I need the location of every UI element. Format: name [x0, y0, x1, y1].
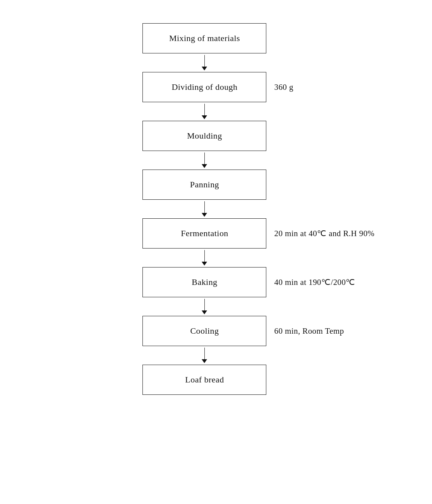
arrow-line: [204, 55, 205, 67]
step-note-cooling: 60 min, Room Temp: [274, 326, 344, 336]
step-row-moulding: Moulding: [142, 121, 266, 151]
arrow-head: [202, 67, 207, 70]
step-row-fermentation: Fermentation20 min at 40℃ and R.H 90%: [142, 218, 374, 249]
arrow-moulding: [142, 151, 266, 170]
arrow-line: [204, 104, 205, 115]
arrow-icon-fermentation: [202, 250, 207, 266]
arrow-dividing: [142, 102, 266, 121]
arrow-line: [204, 201, 205, 213]
step-row-loaf: Loaf bread: [142, 365, 266, 395]
arrow-head: [202, 164, 207, 168]
step-note-dividing: 360 g: [274, 82, 293, 92]
arrow-icon-cooling: [202, 348, 207, 363]
arrow-line: [204, 299, 205, 310]
arrow-head: [202, 115, 207, 119]
arrow-icon-panning: [202, 201, 207, 217]
step-note-fermentation: 20 min at 40℃ and R.H 90%: [274, 229, 374, 238]
step-row-panning: Panning: [142, 170, 266, 200]
step-box-baking: Baking: [142, 267, 266, 297]
arrow-icon-baking: [202, 299, 207, 314]
arrow-cooling: [142, 346, 266, 365]
step-box-moulding: Moulding: [142, 121, 266, 151]
step-row-mixing: Mixing of materials: [142, 23, 266, 53]
arrow-head: [202, 213, 207, 217]
arrow-head: [202, 310, 207, 314]
step-box-cooling: Cooling: [142, 316, 266, 346]
step-box-panning: Panning: [142, 170, 266, 200]
arrow-line: [204, 348, 205, 359]
arrow-icon-mixing: [202, 55, 207, 70]
arrow-mixing: [142, 53, 266, 72]
arrow-icon-dividing: [202, 104, 207, 119]
arrow-line: [204, 250, 205, 262]
step-row-cooling: Cooling60 min, Room Temp: [142, 316, 344, 346]
step-note-baking: 40 min at 190℃/200℃: [274, 278, 355, 287]
arrow-icon-moulding: [202, 153, 207, 168]
flowchart: Mixing of materialsDividing of dough360 …: [142, 23, 374, 395]
arrow-line: [204, 153, 205, 164]
arrow-fermentation: [142, 249, 266, 267]
arrow-head: [202, 262, 207, 266]
step-box-mixing: Mixing of materials: [142, 23, 266, 53]
arrow-panning: [142, 200, 266, 218]
step-box-loaf: Loaf bread: [142, 365, 266, 395]
step-row-dividing: Dividing of dough360 g: [142, 72, 293, 102]
arrow-baking: [142, 297, 266, 316]
step-row-baking: Baking40 min at 190℃/200℃: [142, 267, 355, 297]
arrow-head: [202, 359, 207, 363]
step-box-dividing: Dividing of dough: [142, 72, 266, 102]
step-box-fermentation: Fermentation: [142, 218, 266, 249]
